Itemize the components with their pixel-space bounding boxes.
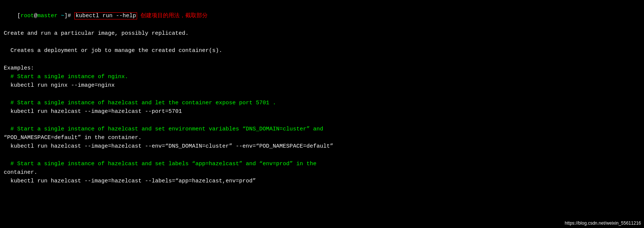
output-empty-4 — [4, 116, 640, 124]
output-line-5: “POD_NAMESPACE=default” in the container… — [4, 133, 640, 142]
output-line-1: Create and run a particular image, possi… — [4, 29, 640, 38]
output-line-4: kubectl run hazelcast --image=hazelcast … — [4, 107, 640, 116]
output-line-8: kubectl run hazelcast --image=hazelcast … — [4, 177, 640, 185]
output-line-examples: Examples: — [4, 64, 640, 73]
prompt-hash: # — [68, 13, 74, 19]
output-line-2: Creates a deployment or job to manage th… — [4, 46, 640, 55]
prompt-path: ~ — [58, 13, 64, 19]
output-empty-3 — [4, 90, 640, 99]
bracket-close: ] — [64, 13, 68, 19]
annotation-text: 创建项目的用法，截取部分 — [137, 13, 208, 19]
terminal-window: [root@master ~]# kubectl run --help 创建项目… — [0, 0, 644, 228]
output-empty-2 — [4, 55, 640, 64]
output-comment-3: # Start a single instance of hazelcast a… — [4, 125, 640, 133]
output-empty-5 — [4, 151, 640, 159]
prompt-at: @ — [34, 13, 37, 19]
command-line: [root@master ~]# kubectl run --help 创建项目… — [4, 3, 640, 29]
output-line-3: kubectl run nginx --image=nginx — [4, 81, 640, 90]
output-empty-1 — [4, 38, 640, 46]
output-line-7: container. — [4, 168, 640, 177]
output-comment-4: # Start a single instance of hazelcast a… — [4, 160, 640, 168]
command-text: kubectl run --help — [74, 12, 137, 19]
watermark: https://blog.csdn.net/weixin_55611216 — [565, 221, 641, 226]
bracket-open: [ — [17, 13, 21, 19]
prompt-host: master — [37, 13, 58, 19]
output-comment-2: # Start a single instance of hazelcast a… — [4, 99, 640, 107]
output-comment-1: # Start a single instance of nginx. — [4, 73, 640, 81]
prompt-user: root — [21, 13, 34, 19]
output-line-6: kubectl run hazelcast --image=hazelcast … — [4, 142, 640, 151]
